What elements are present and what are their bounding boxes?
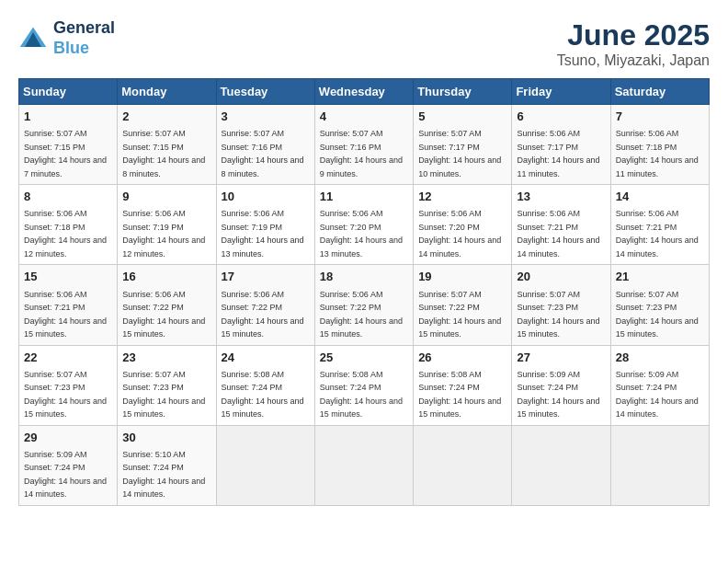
- day-number: 18: [320, 269, 408, 285]
- day-number: 2: [122, 109, 210, 125]
- day-number: 19: [418, 269, 506, 285]
- day-number: 8: [24, 189, 112, 205]
- calendar-cell: 6Sunrise: 5:06 AMSunset: 7:17 PMDaylight…: [512, 105, 610, 185]
- weekday-header-sunday: Sunday: [19, 79, 118, 105]
- day-info: Sunrise: 5:06 AMSunset: 7:18 PMDaylight:…: [24, 209, 107, 259]
- day-number: 24: [222, 350, 310, 366]
- calendar-cell: 22Sunrise: 5:07 AMSunset: 7:23 PMDayligh…: [19, 345, 118, 425]
- day-number: 25: [320, 350, 408, 366]
- logo-icon: [18, 24, 48, 53]
- calendar-week-1: 1Sunrise: 5:07 AMSunset: 7:15 PMDaylight…: [19, 105, 710, 185]
- calendar-cell: 9Sunrise: 5:06 AMSunset: 7:19 PMDaylight…: [118, 185, 216, 265]
- calendar-cell: 26Sunrise: 5:08 AMSunset: 7:24 PMDayligh…: [414, 345, 512, 425]
- calendar-cell: 7Sunrise: 5:06 AMSunset: 7:18 PMDaylight…: [610, 105, 709, 185]
- day-number: 22: [24, 350, 112, 366]
- page-header: GeneralBlue June 2025 Tsuno, Miyazaki, J…: [18, 18, 710, 69]
- calendar-cell: 18Sunrise: 5:06 AMSunset: 7:22 PMDayligh…: [314, 265, 413, 345]
- day-info: Sunrise: 5:07 AMSunset: 7:15 PMDaylight:…: [122, 129, 205, 178]
- calendar-cell: 13Sunrise: 5:06 AMSunset: 7:21 PMDayligh…: [512, 185, 610, 265]
- calendar-subtitle: Tsuno, Miyazaki, Japan: [557, 52, 710, 69]
- calendar-title: June 2025: [557, 18, 710, 52]
- day-info: Sunrise: 5:06 AMSunset: 7:21 PMDaylight:…: [24, 290, 107, 339]
- calendar-cell: [610, 425, 709, 505]
- calendar-cell: 17Sunrise: 5:06 AMSunset: 7:22 PMDayligh…: [216, 265, 314, 345]
- calendar-cell: 30Sunrise: 5:10 AMSunset: 7:24 PMDayligh…: [118, 425, 216, 505]
- day-number: 30: [122, 430, 210, 446]
- weekday-header-thursday: Thursday: [414, 79, 512, 105]
- weekday-header-tuesday: Tuesday: [216, 79, 314, 105]
- day-number: 13: [517, 189, 605, 205]
- day-info: Sunrise: 5:07 AMSunset: 7:17 PMDaylight:…: [418, 129, 501, 178]
- day-info: Sunrise: 5:06 AMSunset: 7:20 PMDaylight:…: [320, 209, 403, 259]
- calendar-cell: 21Sunrise: 5:07 AMSunset: 7:23 PMDayligh…: [610, 265, 709, 345]
- calendar-cell: 5Sunrise: 5:07 AMSunset: 7:17 PMDaylight…: [414, 105, 512, 185]
- day-info: Sunrise: 5:06 AMSunset: 7:22 PMDaylight:…: [320, 290, 403, 339]
- title-block: June 2025 Tsuno, Miyazaki, Japan: [557, 18, 710, 69]
- day-info: Sunrise: 5:06 AMSunset: 7:20 PMDaylight:…: [418, 209, 501, 259]
- day-info: Sunrise: 5:08 AMSunset: 7:24 PMDaylight:…: [320, 370, 403, 419]
- weekday-header-wednesday: Wednesday: [314, 79, 413, 105]
- day-info: Sunrise: 5:07 AMSunset: 7:16 PMDaylight:…: [320, 129, 403, 178]
- calendar-cell: 15Sunrise: 5:06 AMSunset: 7:21 PMDayligh…: [19, 265, 118, 345]
- day-number: 23: [122, 350, 210, 366]
- weekday-header-friday: Friday: [512, 79, 610, 105]
- day-number: 27: [517, 350, 605, 366]
- day-info: Sunrise: 5:08 AMSunset: 7:24 PMDaylight:…: [418, 370, 501, 419]
- day-info: Sunrise: 5:06 AMSunset: 7:22 PMDaylight:…: [122, 290, 205, 339]
- calendar-cell: 14Sunrise: 5:06 AMSunset: 7:21 PMDayligh…: [610, 185, 709, 265]
- calendar-week-3: 15Sunrise: 5:06 AMSunset: 7:21 PMDayligh…: [19, 265, 710, 345]
- calendar-cell: 28Sunrise: 5:09 AMSunset: 7:24 PMDayligh…: [610, 345, 709, 425]
- day-info: Sunrise: 5:06 AMSunset: 7:21 PMDaylight:…: [517, 209, 599, 259]
- day-info: Sunrise: 5:07 AMSunset: 7:23 PMDaylight:…: [122, 370, 205, 419]
- day-number: 10: [222, 189, 310, 205]
- calendar-week-4: 22Sunrise: 5:07 AMSunset: 7:23 PMDayligh…: [19, 345, 710, 425]
- calendar-cell: 1Sunrise: 5:07 AMSunset: 7:15 PMDaylight…: [19, 105, 118, 185]
- calendar-cell: 4Sunrise: 5:07 AMSunset: 7:16 PMDaylight…: [314, 105, 413, 185]
- calendar-cell: 2Sunrise: 5:07 AMSunset: 7:15 PMDaylight…: [118, 105, 216, 185]
- calendar-cell: 8Sunrise: 5:06 AMSunset: 7:18 PMDaylight…: [19, 185, 118, 265]
- day-info: Sunrise: 5:07 AMSunset: 7:22 PMDaylight:…: [418, 290, 501, 339]
- day-info: Sunrise: 5:06 AMSunset: 7:22 PMDaylight:…: [222, 290, 304, 339]
- day-number: 26: [418, 350, 506, 366]
- calendar-cell: 27Sunrise: 5:09 AMSunset: 7:24 PMDayligh…: [512, 345, 610, 425]
- day-info: Sunrise: 5:09 AMSunset: 7:24 PMDaylight:…: [517, 370, 599, 419]
- calendar-cell: [512, 425, 610, 505]
- weekday-header-saturday: Saturday: [610, 79, 709, 105]
- day-number: 29: [24, 430, 112, 446]
- day-number: 5: [418, 109, 506, 125]
- day-info: Sunrise: 5:07 AMSunset: 7:16 PMDaylight:…: [222, 129, 304, 178]
- calendar-cell: 10Sunrise: 5:06 AMSunset: 7:19 PMDayligh…: [216, 185, 314, 265]
- calendar-cell: [314, 425, 413, 505]
- calendar-cell: 11Sunrise: 5:06 AMSunset: 7:20 PMDayligh…: [314, 185, 413, 265]
- calendar-week-5: 29Sunrise: 5:09 AMSunset: 7:24 PMDayligh…: [19, 425, 710, 505]
- day-info: Sunrise: 5:06 AMSunset: 7:21 PMDaylight:…: [616, 209, 699, 259]
- day-number: 11: [320, 189, 408, 205]
- day-info: Sunrise: 5:10 AMSunset: 7:24 PMDaylight:…: [122, 450, 205, 500]
- day-info: Sunrise: 5:07 AMSunset: 7:15 PMDaylight:…: [24, 129, 107, 178]
- day-number: 21: [616, 269, 704, 285]
- calendar-cell: 19Sunrise: 5:07 AMSunset: 7:22 PMDayligh…: [414, 265, 512, 345]
- day-info: Sunrise: 5:07 AMSunset: 7:23 PMDaylight:…: [616, 290, 699, 339]
- calendar-cell: 20Sunrise: 5:07 AMSunset: 7:23 PMDayligh…: [512, 265, 610, 345]
- day-number: 15: [24, 269, 112, 285]
- logo-text: GeneralBlue: [53, 18, 115, 58]
- day-number: 17: [222, 269, 310, 285]
- calendar-cell: 12Sunrise: 5:06 AMSunset: 7:20 PMDayligh…: [414, 185, 512, 265]
- day-info: Sunrise: 5:07 AMSunset: 7:23 PMDaylight:…: [517, 290, 599, 339]
- weekday-header-row: SundayMondayTuesdayWednesdayThursdayFrid…: [19, 79, 710, 105]
- day-info: Sunrise: 5:08 AMSunset: 7:24 PMDaylight:…: [222, 370, 304, 419]
- day-number: 7: [616, 109, 704, 125]
- calendar-week-2: 8Sunrise: 5:06 AMSunset: 7:18 PMDaylight…: [19, 185, 710, 265]
- day-number: 28: [616, 350, 704, 366]
- day-number: 4: [320, 109, 408, 125]
- weekday-header-monday: Monday: [118, 79, 216, 105]
- calendar-cell: 16Sunrise: 5:06 AMSunset: 7:22 PMDayligh…: [118, 265, 216, 345]
- day-info: Sunrise: 5:06 AMSunset: 7:19 PMDaylight:…: [222, 209, 304, 259]
- day-number: 14: [616, 189, 704, 205]
- calendar-cell: 24Sunrise: 5:08 AMSunset: 7:24 PMDayligh…: [216, 345, 314, 425]
- calendar-cell: [414, 425, 512, 505]
- day-number: 1: [24, 109, 112, 125]
- day-number: 16: [122, 269, 210, 285]
- day-number: 20: [517, 269, 605, 285]
- calendar-cell: 3Sunrise: 5:07 AMSunset: 7:16 PMDaylight…: [216, 105, 314, 185]
